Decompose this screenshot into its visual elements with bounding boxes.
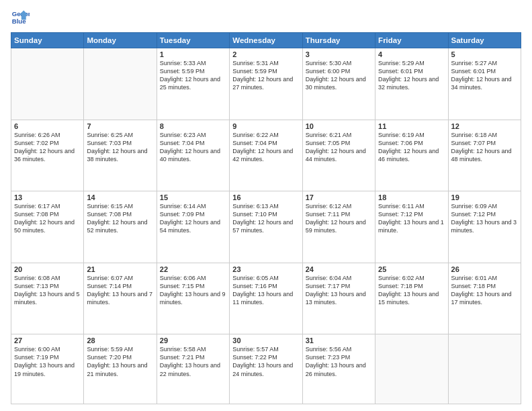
- day-number: 31: [306, 336, 372, 345]
- cell-info: Sunrise: 6:13 AM Sunset: 7:10 PM Dayligh…: [232, 202, 299, 235]
- calendar-cell: 30Sunrise: 5:57 AM Sunset: 7:22 PM Dayli…: [230, 334, 302, 404]
- calendar-cell: [448, 334, 521, 404]
- logo-icon: General Blue: [11, 8, 30, 27]
- cell-info: Sunrise: 6:12 AM Sunset: 7:11 PM Dayligh…: [306, 202, 372, 235]
- cell-info: Sunrise: 6:18 AM Sunset: 7:07 PM Dayligh…: [451, 131, 518, 164]
- calendar-cell: 19Sunrise: 6:09 AM Sunset: 7:12 PM Dayli…: [448, 191, 521, 263]
- cell-info: Sunrise: 6:21 AM Sunset: 7:05 PM Dayligh…: [306, 131, 372, 164]
- day-number: 27: [14, 336, 81, 345]
- calendar-table: SundayMondayTuesdayWednesdayThursdayFrid…: [11, 32, 521, 404]
- weekday-header: Saturday: [448, 33, 521, 48]
- header: General Blue: [11, 8, 521, 27]
- weekday-header: Thursday: [302, 33, 375, 48]
- day-number: 15: [160, 193, 226, 201]
- day-number: 25: [378, 265, 445, 273]
- calendar-cell: 27Sunrise: 6:00 AM Sunset: 7:19 PM Dayli…: [11, 334, 84, 404]
- calendar-cell: 28Sunrise: 5:59 AM Sunset: 7:20 PM Dayli…: [84, 334, 157, 404]
- day-number: 23: [232, 265, 299, 273]
- calendar-cell: 15Sunrise: 6:14 AM Sunset: 7:09 PM Dayli…: [157, 191, 229, 263]
- calendar-cell: 22Sunrise: 6:06 AM Sunset: 7:15 PM Dayli…: [157, 263, 229, 334]
- calendar-page: General Blue SundayMondayTuesdayWednesda…: [0, 0, 532, 411]
- cell-info: Sunrise: 6:05 AM Sunset: 7:16 PM Dayligh…: [232, 274, 299, 307]
- cell-info: Sunrise: 6:09 AM Sunset: 7:12 PM Dayligh…: [451, 202, 518, 235]
- weekday-header: Monday: [84, 33, 157, 48]
- calendar-cell: 24Sunrise: 6:04 AM Sunset: 7:17 PM Dayli…: [302, 263, 375, 334]
- day-number: 21: [87, 265, 153, 273]
- day-number: 10: [306, 122, 372, 130]
- calendar-cell: 8Sunrise: 6:23 AM Sunset: 7:04 PM Daylig…: [157, 120, 229, 191]
- cell-info: Sunrise: 6:00 AM Sunset: 7:19 PM Dayligh…: [14, 345, 81, 378]
- calendar-cell: 29Sunrise: 5:58 AM Sunset: 7:21 PM Dayli…: [157, 334, 229, 404]
- cell-info: Sunrise: 6:02 AM Sunset: 7:18 PM Dayligh…: [378, 274, 445, 307]
- cell-info: Sunrise: 5:56 AM Sunset: 7:23 PM Dayligh…: [306, 345, 372, 378]
- calendar-week-row: 27Sunrise: 6:00 AM Sunset: 7:19 PM Dayli…: [11, 334, 521, 404]
- calendar-cell: 13Sunrise: 6:17 AM Sunset: 7:08 PM Dayli…: [11, 191, 84, 263]
- cell-info: Sunrise: 6:11 AM Sunset: 7:12 PM Dayligh…: [378, 202, 445, 235]
- day-number: 19: [451, 193, 518, 201]
- weekday-header: Wednesday: [230, 33, 302, 48]
- day-number: 6: [14, 122, 81, 130]
- day-number: 28: [87, 336, 153, 345]
- calendar-cell: 31Sunrise: 5:56 AM Sunset: 7:23 PM Dayli…: [302, 334, 375, 404]
- day-number: 7: [87, 122, 153, 130]
- cell-info: Sunrise: 5:29 AM Sunset: 6:01 PM Dayligh…: [378, 59, 445, 92]
- day-number: 17: [306, 193, 372, 201]
- weekday-header: Tuesday: [157, 33, 229, 48]
- calendar-cell: 17Sunrise: 6:12 AM Sunset: 7:11 PM Dayli…: [302, 191, 375, 263]
- calendar-cell: [11, 48, 84, 120]
- day-number: 20: [14, 265, 81, 273]
- calendar-cell: 12Sunrise: 6:18 AM Sunset: 7:07 PM Dayli…: [448, 120, 521, 191]
- calendar-cell: 10Sunrise: 6:21 AM Sunset: 7:05 PM Dayli…: [302, 120, 375, 191]
- cell-info: Sunrise: 5:31 AM Sunset: 5:59 PM Dayligh…: [232, 59, 299, 92]
- calendar-week-row: 1Sunrise: 5:33 AM Sunset: 5:59 PM Daylig…: [11, 48, 521, 120]
- cell-info: Sunrise: 6:01 AM Sunset: 7:18 PM Dayligh…: [451, 274, 518, 307]
- calendar-week-row: 20Sunrise: 6:08 AM Sunset: 7:13 PM Dayli…: [11, 263, 521, 334]
- cell-info: Sunrise: 6:15 AM Sunset: 7:08 PM Dayligh…: [87, 202, 153, 235]
- calendar-cell: 6Sunrise: 6:26 AM Sunset: 7:02 PM Daylig…: [11, 120, 84, 191]
- day-number: 29: [160, 336, 226, 345]
- weekday-header: Friday: [375, 33, 448, 48]
- calendar-cell: 14Sunrise: 6:15 AM Sunset: 7:08 PM Dayli…: [84, 191, 157, 263]
- day-number: 26: [451, 265, 518, 273]
- cell-info: Sunrise: 5:30 AM Sunset: 6:00 PM Dayligh…: [306, 59, 372, 92]
- cell-info: Sunrise: 6:04 AM Sunset: 7:17 PM Dayligh…: [306, 274, 372, 307]
- day-number: 24: [306, 265, 372, 273]
- calendar-cell: [84, 48, 157, 120]
- calendar-cell: 11Sunrise: 6:19 AM Sunset: 7:06 PM Dayli…: [375, 120, 448, 191]
- day-number: 5: [451, 50, 518, 58]
- cell-info: Sunrise: 6:22 AM Sunset: 7:04 PM Dayligh…: [232, 131, 299, 164]
- cell-info: Sunrise: 6:07 AM Sunset: 7:14 PM Dayligh…: [87, 274, 153, 307]
- calendar-cell: 21Sunrise: 6:07 AM Sunset: 7:14 PM Dayli…: [84, 263, 157, 334]
- cell-info: Sunrise: 6:08 AM Sunset: 7:13 PM Dayligh…: [14, 274, 81, 307]
- calendar-cell: 2Sunrise: 5:31 AM Sunset: 5:59 PM Daylig…: [230, 48, 302, 120]
- day-number: 9: [232, 122, 299, 130]
- day-number: 3: [306, 50, 372, 58]
- cell-info: Sunrise: 5:57 AM Sunset: 7:22 PM Dayligh…: [232, 345, 299, 378]
- day-number: 2: [232, 50, 299, 58]
- logo: General Blue: [11, 8, 32, 27]
- cell-info: Sunrise: 6:25 AM Sunset: 7:03 PM Dayligh…: [87, 131, 153, 164]
- weekday-header: Sunday: [11, 33, 84, 48]
- cell-info: Sunrise: 5:58 AM Sunset: 7:21 PM Dayligh…: [160, 345, 226, 378]
- calendar-cell: 26Sunrise: 6:01 AM Sunset: 7:18 PM Dayli…: [448, 263, 521, 334]
- day-number: 13: [14, 193, 81, 201]
- day-number: 8: [160, 122, 226, 130]
- calendar-cell: 4Sunrise: 5:29 AM Sunset: 6:01 PM Daylig…: [375, 48, 448, 120]
- cell-info: Sunrise: 6:06 AM Sunset: 7:15 PM Dayligh…: [160, 274, 226, 307]
- cell-info: Sunrise: 6:17 AM Sunset: 7:08 PM Dayligh…: [14, 202, 81, 235]
- day-number: 30: [232, 336, 299, 345]
- day-number: 18: [378, 193, 445, 201]
- calendar-cell: 3Sunrise: 5:30 AM Sunset: 6:00 PM Daylig…: [302, 48, 375, 120]
- cell-info: Sunrise: 5:27 AM Sunset: 6:01 PM Dayligh…: [451, 59, 518, 92]
- calendar-header-row: SundayMondayTuesdayWednesdayThursdayFrid…: [11, 33, 521, 48]
- day-number: 11: [378, 122, 445, 130]
- cell-info: Sunrise: 6:26 AM Sunset: 7:02 PM Dayligh…: [14, 131, 81, 164]
- day-number: 12: [451, 122, 518, 130]
- cell-info: Sunrise: 6:23 AM Sunset: 7:04 PM Dayligh…: [160, 131, 226, 164]
- cell-info: Sunrise: 5:59 AM Sunset: 7:20 PM Dayligh…: [87, 345, 153, 378]
- calendar-cell: 25Sunrise: 6:02 AM Sunset: 7:18 PM Dayli…: [375, 263, 448, 334]
- calendar-week-row: 6Sunrise: 6:26 AM Sunset: 7:02 PM Daylig…: [11, 120, 521, 191]
- cell-info: Sunrise: 5:33 AM Sunset: 5:59 PM Dayligh…: [160, 59, 226, 92]
- calendar-cell: 5Sunrise: 5:27 AM Sunset: 6:01 PM Daylig…: [448, 48, 521, 120]
- calendar-cell: 18Sunrise: 6:11 AM Sunset: 7:12 PM Dayli…: [375, 191, 448, 263]
